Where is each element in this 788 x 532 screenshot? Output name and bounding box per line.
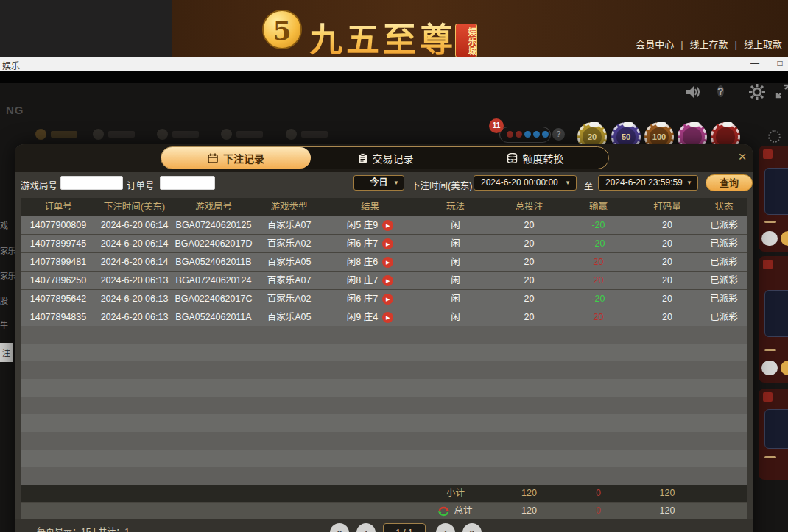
datetime-from-select[interactable]: 2024-6-20 00:00:00 ▼ xyxy=(474,175,577,191)
replay-play-icon[interactable]: ▶ xyxy=(382,238,393,249)
table-cell: 已派彩 xyxy=(701,235,747,252)
settings-gear-icon[interactable] xyxy=(748,83,766,101)
online-deposit-link[interactable]: 线上存款 xyxy=(690,39,728,50)
pagination-bar: 每页显示：15 | 共计：1 « ‹ 1 / 1 › » xyxy=(15,519,753,532)
notification-badge: 11 xyxy=(489,118,504,133)
replay-play-icon[interactable]: ▶ xyxy=(382,220,393,231)
total-label-cell: 总计 xyxy=(416,503,495,519)
game-nav-icon xyxy=(93,129,104,140)
help-icon[interactable]: ? xyxy=(717,83,735,101)
online-withdraw-link[interactable]: 线上取款 xyxy=(744,39,782,50)
volume-icon[interactable] xyxy=(683,83,701,101)
table-cell: 已派彩 xyxy=(701,216,747,234)
last-page-button[interactable]: » xyxy=(462,523,482,532)
divider xyxy=(0,71,788,83)
left-menu-item-fragment[interactable]: 家乐 xyxy=(0,269,15,281)
tab-pill-container: 下注记录 交易记录 $ 额度转换 xyxy=(161,146,609,169)
member-center-link[interactable]: 会员中心 xyxy=(636,39,674,50)
period-select[interactable]: 今日 ▼ xyxy=(353,175,404,191)
coins-icon: $ xyxy=(507,153,518,163)
table-cell: 14077895642 xyxy=(21,290,96,308)
odds-fragment xyxy=(764,221,776,223)
enter-pill[interactable] xyxy=(781,231,788,246)
order-no-label: 订单号 xyxy=(127,178,155,192)
col-header: 结果 xyxy=(324,198,416,216)
bet-time-label: 下注时间(美东) xyxy=(411,178,472,192)
replay-play-icon[interactable]: ▶ xyxy=(382,294,393,305)
refresh-icon[interactable] xyxy=(438,506,449,517)
window-title-bar: 娱乐 — □ xyxy=(0,57,788,71)
left-menu-item-fragment[interactable]: 家乐 xyxy=(0,244,15,256)
next-page-button[interactable]: › xyxy=(436,523,455,532)
order-no-input[interactable] xyxy=(160,176,215,190)
result-cell: 闲8 庄6▶ xyxy=(324,253,416,271)
table-cell: 闲 xyxy=(416,235,495,252)
table-row: 140778948352024-6-20 06:13BGA0524062011A… xyxy=(21,308,747,326)
minimize-button[interactable]: — xyxy=(747,57,763,71)
bet-table-card[interactable] xyxy=(759,389,788,480)
maximize-button[interactable]: □ xyxy=(772,57,788,71)
tab-transaction-records[interactable]: 交易记录 xyxy=(311,147,460,169)
game-nav-item[interactable] xyxy=(157,127,199,139)
col-header: 订单号 xyxy=(21,198,96,216)
chevron-down-icon: ▼ xyxy=(393,176,399,190)
prev-page-button[interactable]: ‹ xyxy=(356,523,376,532)
tab-quota-transfer[interactable]: $ 额度转换 xyxy=(460,147,610,169)
table-cell: 百家乐A07 xyxy=(254,216,324,234)
table-cell: 14077896250 xyxy=(21,272,96,289)
left-menu-item-fragment[interactable]: 注 xyxy=(0,343,13,362)
close-icon[interactable]: × xyxy=(735,149,750,164)
link-separator: | xyxy=(735,39,737,50)
total-rolling: 120 xyxy=(633,503,701,519)
table-cell: 已派彩 xyxy=(701,253,747,271)
bet-table-card[interactable] xyxy=(759,146,788,252)
table-cell: 14077899481 xyxy=(21,253,96,271)
table-cell: 闲 xyxy=(416,308,495,326)
game-nav-item[interactable] xyxy=(221,127,263,139)
search-button[interactable]: 查询 xyxy=(706,174,753,191)
col-header: 玩法 xyxy=(416,198,495,216)
first-page-button[interactable]: « xyxy=(330,523,349,532)
menu-pill[interactable] xyxy=(761,231,778,246)
tab-bet-records[interactable]: 下注记录 xyxy=(161,147,311,169)
left-menu-item-fragment[interactable]: 股 xyxy=(0,294,15,306)
table-cell: 闲 xyxy=(416,253,495,271)
result-cell: 闲9 庄4▶ xyxy=(324,308,416,326)
table-cell: BGA0524062011B xyxy=(173,253,254,271)
replay-play-icon[interactable]: ▶ xyxy=(382,312,393,323)
game-nav-label xyxy=(51,131,77,138)
period-value: 今日 xyxy=(370,177,387,188)
game-nav-icon xyxy=(286,129,297,140)
menu-pill[interactable] xyxy=(761,361,778,375)
round-no-input[interactable] xyxy=(60,176,123,190)
table-cell: BGA0224062017C xyxy=(173,290,254,308)
left-menu-item-fragment[interactable]: 戏 xyxy=(0,219,15,231)
chip-settings-icon[interactable] xyxy=(768,130,781,143)
table-cell: 2024-6-20 06:14 xyxy=(96,235,173,252)
replay-play-icon[interactable]: ▶ xyxy=(382,257,393,268)
game-nav-icon xyxy=(157,129,168,140)
game-nav-item[interactable] xyxy=(35,127,77,139)
page-size-info: 每页显示：15 | 共计：1 xyxy=(37,525,130,532)
page-indicator[interactable]: 1 / 1 xyxy=(383,523,426,532)
subtotal-row: 小计 120 0 120 xyxy=(21,485,747,502)
table-cell: 20 xyxy=(633,235,701,252)
window-title: 娱乐 xyxy=(2,59,20,71)
game-nav-label xyxy=(236,131,263,138)
game-nav-label xyxy=(301,131,328,138)
replay-play-icon[interactable]: ▶ xyxy=(382,275,393,286)
odds-fragment xyxy=(764,456,776,458)
game-nav-item[interactable] xyxy=(93,127,135,139)
game-nav-item[interactable] xyxy=(286,127,328,139)
datetime-to-select[interactable]: 2024-6-20 23:59:59 ▼ xyxy=(598,175,698,191)
mini-help-icon[interactable]: ? xyxy=(552,128,565,141)
table-cell: 2024-6-20 06:13 xyxy=(96,308,173,326)
left-menu-item-fragment[interactable]: 牛 xyxy=(0,319,15,330)
enter-pill[interactable] xyxy=(781,361,788,375)
tab-label: 额度转换 xyxy=(523,151,564,166)
bet-table-card[interactable] xyxy=(759,256,788,383)
winloss-cell: 20 xyxy=(563,308,633,326)
table-row: 140779008092024-6-20 06:14BGA07240620125… xyxy=(21,216,747,234)
fullscreen-icon[interactable] xyxy=(775,83,788,101)
odds-fragment xyxy=(764,349,776,351)
